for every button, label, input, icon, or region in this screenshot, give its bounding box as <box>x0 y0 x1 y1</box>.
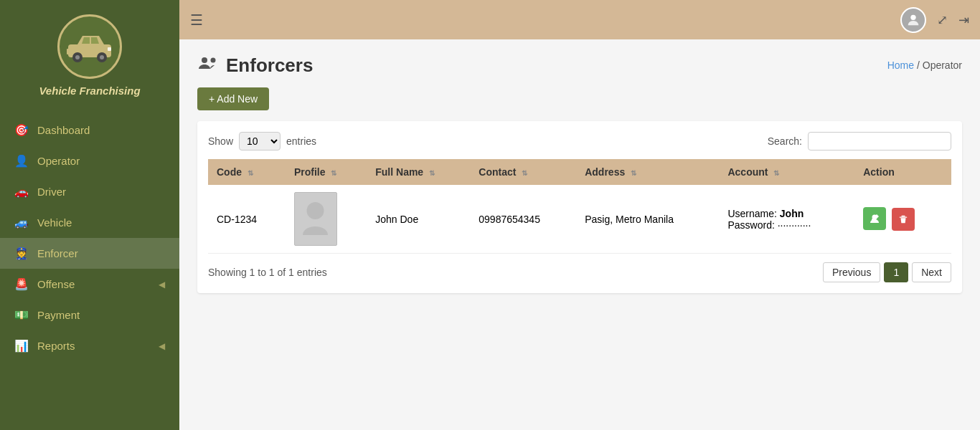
logout-icon[interactable]: ⇥ <box>958 12 969 28</box>
previous-button[interactable]: Previous <box>823 262 880 282</box>
breadcrumb-separator: / <box>917 59 920 71</box>
sidebar-item-offense[interactable]: 🚨 Offense ◀ <box>0 269 179 300</box>
topbar-left: ☰ <box>190 11 203 29</box>
username-value: John <box>780 208 804 219</box>
col-fullname: Full Name ⇅ <box>367 159 470 185</box>
car-logo-icon <box>65 29 115 64</box>
col-profile: Profile ⇅ <box>286 159 367 185</box>
svg-point-2 <box>75 55 80 59</box>
logo-circle <box>57 14 122 79</box>
operator-icon: 👤 <box>14 154 29 168</box>
sidebar-item-driver[interactable]: 🚗 Driver <box>0 176 179 207</box>
enforcers-title-icon <box>197 54 219 77</box>
driver-icon: 🚗 <box>14 185 29 199</box>
svg-rect-13 <box>900 217 908 218</box>
hamburger-button[interactable]: ☰ <box>190 11 203 29</box>
breadcrumb-current: Operator <box>923 59 962 71</box>
enforcers-table: Code ⇅ Profile ⇅ Full Name ⇅ Contact <box>208 159 951 254</box>
main-area: ☰ ⤢ ⇥ <box>179 0 980 430</box>
sidebar-item-label: Operator <box>37 155 80 167</box>
page-title: Enforcers <box>226 54 313 77</box>
breadcrumb: Home / Operator <box>887 59 962 71</box>
cell-address: Pasig, Metro Manila <box>576 185 719 254</box>
account-password: Password: ············ <box>727 219 846 231</box>
cell-profile <box>286 185 367 254</box>
sidebar-item-label: Enforcer <box>37 247 78 259</box>
svg-point-8 <box>202 57 207 63</box>
person-silhouette-icon <box>299 199 331 239</box>
sidebar-item-label: Dashboard <box>37 124 90 136</box>
username-label: Username: <box>727 208 776 219</box>
show-entries: Show 10 25 50 100 entries <box>208 132 316 150</box>
sidebar-item-payment[interactable]: 💵 Payment <box>0 300 179 330</box>
topbar: ☰ ⤢ ⇥ <box>179 0 980 39</box>
sidebar-item-label: Offense <box>37 278 75 290</box>
reports-icon: 📊 <box>14 339 29 353</box>
offense-icon: 🚨 <box>14 277 29 291</box>
entries-select[interactable]: 10 25 50 100 <box>239 132 281 150</box>
showing-info: Showing 1 to 1 of 1 entries <box>208 267 327 278</box>
search-area: Search: <box>768 132 951 150</box>
cell-action <box>854 185 951 254</box>
table-body: CD-1234 John Doe 09987654345 Pasig, <box>208 185 951 254</box>
enforcer-icon: 👮 <box>14 247 29 260</box>
chevron-icon: ◀ <box>159 280 165 290</box>
col-code: Code ⇅ <box>208 159 286 185</box>
sidebar-item-dashboard[interactable]: 🎯 Dashboard <box>0 115 179 145</box>
sort-icon-contact[interactable]: ⇅ <box>522 169 527 177</box>
col-address: Address ⇅ <box>576 159 719 185</box>
sidebar: Vehicle Franchising 🎯 Dashboard 👤 Operat… <box>0 0 179 430</box>
col-action: Action <box>854 159 951 185</box>
page-header: Enforcers Home / Operator <box>197 54 962 77</box>
next-button[interactable]: Next <box>912 262 951 282</box>
topbar-right: ⤢ ⇥ <box>900 7 969 33</box>
svg-point-10 <box>307 202 324 219</box>
sidebar-item-label: Driver <box>37 186 66 198</box>
col-contact: Contact ⇅ <box>470 159 576 185</box>
expand-icon[interactable]: ⤢ <box>937 12 948 28</box>
breadcrumb-home[interactable]: Home <box>887 59 914 71</box>
vehicle-icon: 🚙 <box>14 216 29 229</box>
sidebar-logo: Vehicle Franchising <box>0 0 179 108</box>
svg-point-4 <box>100 55 104 59</box>
sort-icon-fullname[interactable]: ⇅ <box>429 169 435 177</box>
sidebar-item-operator[interactable]: 👤 Operator <box>0 145 179 176</box>
profile-image-placeholder <box>294 192 337 246</box>
account-username: Username: John <box>727 208 846 219</box>
sidebar-navigation: 🎯 Dashboard 👤 Operator 🚗 Driver 🚙 Vehicl… <box>0 108 179 430</box>
delete-button[interactable] <box>892 208 915 231</box>
col-account: Account ⇅ <box>719 159 854 185</box>
user-avatar[interactable] <box>900 7 926 33</box>
edit-button[interactable] <box>863 207 886 230</box>
cell-account: Username: John Password: ············ <box>719 185 854 254</box>
sort-icon-address[interactable]: ⇅ <box>631 169 636 177</box>
entries-label: entries <box>286 135 316 147</box>
show-label: Show <box>208 135 233 147</box>
svg-rect-6 <box>67 49 70 54</box>
sidebar-item-label: Vehicle <box>37 216 72 229</box>
sidebar-item-enforcer[interactable]: 👮 Enforcer <box>0 238 179 269</box>
svg-rect-12 <box>901 216 905 217</box>
table-card: Show 10 25 50 100 entries Search: <box>197 121 962 293</box>
page-content: Enforcers Home / Operator + Add New Show… <box>179 39 980 430</box>
sort-icon-account[interactable]: ⇅ <box>773 169 779 177</box>
chevron-icon: ◀ <box>159 341 165 351</box>
search-input[interactable] <box>808 132 951 150</box>
sidebar-item-vehicle[interactable]: 🚙 Vehicle <box>0 207 179 238</box>
cell-contact: 09987654345 <box>470 185 576 254</box>
password-value: ············ <box>778 219 811 231</box>
sort-icon-code[interactable]: ⇅ <box>248 169 253 177</box>
add-new-button[interactable]: + Add New <box>197 87 269 110</box>
page-1-button[interactable]: 1 <box>884 262 908 282</box>
svg-point-9 <box>211 58 216 63</box>
dashboard-icon: 🎯 <box>14 123 29 137</box>
cell-fullname: John Doe <box>367 185 470 254</box>
sidebar-item-reports[interactable]: 📊 Reports ◀ <box>0 330 179 361</box>
table-row: CD-1234 John Doe 09987654345 Pasig, <box>208 185 951 254</box>
sidebar-item-label: Reports <box>37 340 75 352</box>
password-label: Password: <box>727 219 774 231</box>
sort-icon-profile[interactable]: ⇅ <box>331 169 336 177</box>
search-label: Search: <box>768 135 802 147</box>
table-header: Code ⇅ Profile ⇅ Full Name ⇅ Contact <box>208 159 951 185</box>
cell-code: CD-1234 <box>208 185 286 254</box>
